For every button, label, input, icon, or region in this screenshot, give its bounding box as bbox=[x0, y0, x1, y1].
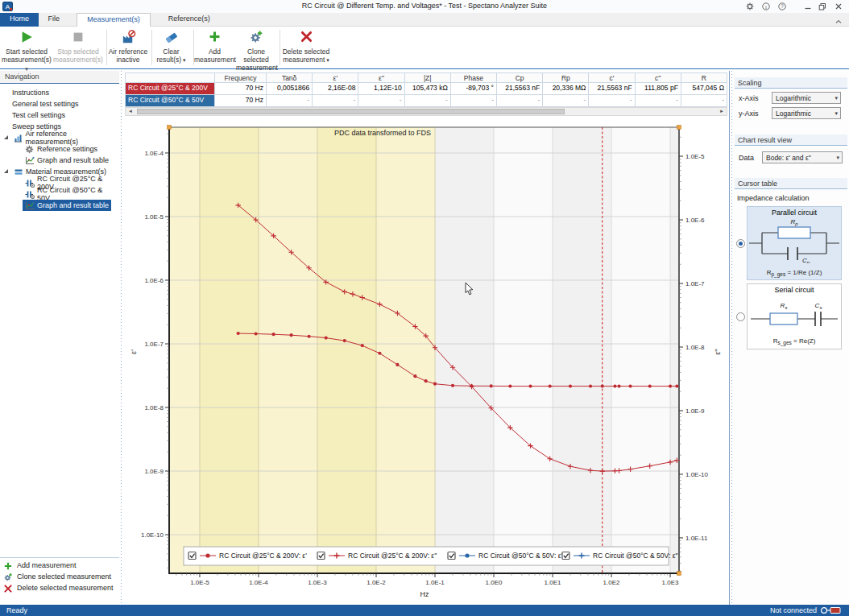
sidebar-item-reference-settings[interactable]: Reference settings bbox=[0, 143, 119, 155]
svg-text:1.0E-1: 1.0E-1 bbox=[425, 579, 445, 586]
y-axis-scale-dropdown[interactable]: Logarithmic ▾ bbox=[772, 107, 841, 119]
chart-data-dropdown[interactable]: Bode: ε' and ε'' ▾ bbox=[762, 151, 843, 163]
sidebar-item-label: Graph and result table bbox=[37, 201, 109, 209]
table-cell: - bbox=[451, 95, 497, 107]
svg-text:1.0E-8: 1.0E-8 bbox=[685, 344, 705, 351]
table-cell: - bbox=[681, 95, 727, 107]
clone-selected-measurement-link[interactable]: Clone selected measurement bbox=[0, 571, 119, 582]
x-axis-scale-dropdown[interactable]: Logarithmic ▾ bbox=[772, 92, 841, 104]
left-y-axis-title: ε' bbox=[130, 349, 138, 354]
axis-handle[interactable] bbox=[168, 126, 172, 130]
svg-text:1.0E-10: 1.0E-10 bbox=[141, 531, 164, 539]
axis-handle[interactable] bbox=[677, 126, 681, 130]
capacitor-icon bbox=[14, 167, 23, 176]
parallel-circuit-card[interactable]: Parallel circuit Rp Cp Rp_ges = 1/Re (1/… bbox=[747, 206, 842, 280]
data-label: Data bbox=[739, 154, 754, 162]
svg-text:1.0E-5: 1.0E-5 bbox=[685, 153, 705, 160]
svg-text:1.0E-7: 1.0E-7 bbox=[685, 280, 705, 287]
restore-button[interactable] bbox=[817, 2, 828, 11]
tree-expander-icon[interactable] bbox=[4, 135, 8, 139]
svg-text:1.0E1: 1.0E1 bbox=[545, 579, 561, 586]
sidebar-item-label: Test cell settings bbox=[12, 111, 65, 119]
clone-gear-icon bbox=[3, 573, 13, 581]
scrollbar-thumb[interactable] bbox=[137, 109, 565, 114]
delete-selected-measurement-button[interactable]: Delete selectedmeasurement ▾ bbox=[280, 27, 332, 68]
parallel-circuit-radio[interactable] bbox=[736, 239, 745, 248]
table-horizontal-scrollbar[interactable]: ◄ ► bbox=[125, 107, 727, 116]
table-cell: - bbox=[267, 95, 313, 107]
settings-gear-icon[interactable] bbox=[744, 2, 756, 11]
results-table: FrequencyTanδε'ε''|Z|PhaseCpRpc'c''RRC C… bbox=[125, 72, 727, 107]
add-measurement-link[interactable]: Add measurement bbox=[0, 560, 119, 571]
legend-label: RC Circuit @50°C & 50V: ε' bbox=[478, 552, 562, 560]
air-reference-blocked-icon bbox=[108, 30, 148, 48]
svg-text:1.0E-6: 1.0E-6 bbox=[144, 277, 164, 284]
legend-checkbox[interactable] bbox=[562, 552, 569, 560]
sidebar-item-general-test-settings[interactable]: General test settings bbox=[0, 98, 119, 110]
table-cell: - bbox=[589, 95, 635, 107]
tab-home[interactable]: Home bbox=[0, 13, 39, 27]
rc-measurement-icon bbox=[25, 190, 35, 199]
table-cell: 105,473 kΩ bbox=[405, 83, 451, 95]
table-row[interactable]: RC Circuit @50°C & 50V70 Hz---------- bbox=[125, 95, 727, 107]
parallel-circuit-title: Parallel circuit bbox=[748, 207, 841, 217]
tree-expander-icon[interactable] bbox=[4, 169, 8, 173]
clone-selected-measurement-button[interactable]: Clone selectedmeasurement ▾ bbox=[236, 27, 276, 68]
table-cell: 20,336 MΩ bbox=[543, 83, 589, 95]
delete-selected-measurement-link[interactable]: Delete selected measurement bbox=[0, 582, 119, 593]
legend-checkbox[interactable] bbox=[188, 552, 196, 560]
info-icon[interactable]: i bbox=[760, 2, 772, 11]
scroll-right-arrow[interactable]: ► bbox=[717, 108, 727, 115]
clear-result(s)-button[interactable]: Clearresult(s) ▾ bbox=[152, 27, 190, 68]
serial-circuit-card[interactable]: Serial circuit Rs Cs Rs_ges = Re(Z) bbox=[747, 283, 842, 349]
svg-text:1.0E-4: 1.0E-4 bbox=[144, 150, 164, 157]
start-selected-measurement(s)-button[interactable]: Start selectedmeasurement(s) ▾ bbox=[2, 27, 52, 68]
x-axis-label: x-Axis bbox=[739, 94, 759, 102]
sidebar-item-instructions[interactable]: Instructions bbox=[0, 87, 119, 98]
column-header: ε'' bbox=[358, 72, 404, 83]
help-icon[interactable]: ? bbox=[777, 2, 788, 11]
stop-selected-measurement(s)-button[interactable]: Stop selectedmeasurement(s) bbox=[53, 27, 103, 68]
legend-label: RC Circuit @25°C & 200V: ε' bbox=[219, 552, 307, 560]
navigation-tree: InstructionsGeneral test settingsTest ce… bbox=[0, 87, 119, 211]
parallel-circuit-diagram: Rp Cp bbox=[748, 217, 841, 263]
axis-handle[interactable] bbox=[677, 572, 681, 576]
sidebar-item-label: General test settings bbox=[12, 100, 79, 108]
sidebar-item-graph-and-result-table[interactable]: Graph and result table bbox=[0, 200, 119, 211]
table-cell: 21,5563 nF bbox=[497, 83, 543, 95]
sidebar-item-rc-circuit-50-c-50v[interactable]: RC Circuit @50°C & 50V bbox=[0, 188, 119, 200]
table-header-row: FrequencyTanδε'ε''|Z|PhaseCpRpc'c''R bbox=[125, 72, 727, 83]
close-button[interactable] bbox=[833, 2, 844, 11]
tab-reference-s-[interactable]: Reference(s) bbox=[159, 13, 220, 27]
chevron-down-icon: ▾ bbox=[181, 57, 185, 63]
sidebar-item-test-cell-settings[interactable]: Test cell settings bbox=[0, 110, 119, 121]
add-measurement-button[interactable]: Addmeasurement bbox=[194, 27, 235, 68]
svg-text:1.0E-10: 1.0E-10 bbox=[685, 471, 709, 478]
ribbon-tabstrip: HomeFileMeasurement(s)Reference(s) bbox=[0, 13, 849, 27]
tab-file[interactable]: File bbox=[39, 13, 70, 27]
navigation-footer-actions: Add measurementClone selected measuremen… bbox=[0, 557, 119, 593]
minimize-button[interactable] bbox=[802, 2, 814, 11]
sidebar-item-graph-and-result-table[interactable]: Graph and result table bbox=[0, 155, 119, 166]
serial-circuit-radio[interactable] bbox=[736, 312, 745, 321]
column-header: Tanδ bbox=[267, 72, 313, 83]
legend-checkbox[interactable] bbox=[317, 552, 325, 560]
table-cell: - bbox=[543, 95, 589, 107]
chart-data-value: Bode: ε' and ε'' bbox=[766, 154, 811, 162]
navigation-panel-title: Navigation bbox=[0, 71, 119, 84]
scroll-left-arrow[interactable]: ◄ bbox=[126, 108, 135, 115]
parallel-circuit-formula: Rp_ges = 1/Re (1/Z) bbox=[748, 269, 841, 277]
column-header: R bbox=[681, 72, 727, 83]
result-chart[interactable]: 1.0E-51.0E-41.0E-31.0E-21.0E-11.0E01.0E1… bbox=[127, 118, 729, 604]
footer-action-label: Add measurement bbox=[17, 561, 77, 569]
svg-text:Rp: Rp bbox=[790, 218, 798, 226]
column-header bbox=[125, 72, 215, 83]
svg-text:1.0E-8: 1.0E-8 bbox=[144, 404, 164, 411]
sidebar-item-air-reference-measurement-s-[interactable]: Air reference measurement(s) bbox=[0, 132, 119, 143]
table-row[interactable]: RC Circuit @25°C & 200V70 Hz0,00518662,1… bbox=[125, 83, 727, 95]
legend-checkbox[interactable] bbox=[448, 552, 455, 560]
air-reference-inactive-button[interactable]: Air referenceinactive bbox=[108, 27, 148, 68]
collapse-ribbon-icon[interactable] bbox=[835, 14, 844, 24]
chart-legend: RC Circuit @25°C & 200V: ε'RC Circuit @2… bbox=[184, 547, 678, 565]
tab-measurement-s-[interactable]: Measurement(s) bbox=[77, 13, 151, 27]
